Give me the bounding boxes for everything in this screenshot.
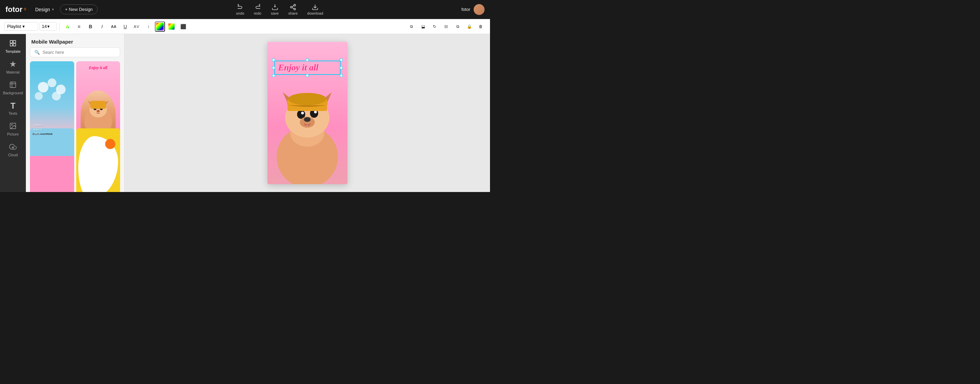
chevron-down-icon: ▾ <box>22 24 25 29</box>
rotate-button[interactable]: ↻ <box>430 21 440 32</box>
divider <box>59 22 60 31</box>
template-card-2[interactable]: Enjoy it all <box>76 61 121 140</box>
new-design-button[interactable]: + New Design <box>60 5 98 14</box>
font-size-aa-button[interactable]: AA <box>108 21 119 32</box>
sidebar-item-label: Material <box>6 70 19 74</box>
sidebar-item-material[interactable]: Material <box>2 57 24 77</box>
svg-point-14 <box>38 82 48 92</box>
redo-button[interactable]: redo <box>254 4 261 15</box>
undo-button[interactable]: undo <box>236 4 244 15</box>
layers-icon: ⧉ <box>456 24 460 29</box>
rotate-icon: ↻ <box>433 24 436 29</box>
bold-icon: B <box>89 24 92 29</box>
effects-button[interactable]: ⬛ <box>178 21 188 32</box>
svg-point-2 <box>294 8 296 10</box>
svg-rect-5 <box>10 40 13 43</box>
texts-icon: T <box>11 102 16 110</box>
underline-button[interactable]: U <box>120 21 130 32</box>
logo-text: fotor <box>5 5 22 14</box>
main-layout: Template Material Background T Texts <box>0 34 490 192</box>
svg-point-15 <box>48 78 56 87</box>
highlight-color-button[interactable] <box>166 21 177 32</box>
handle-middle-right[interactable] <box>340 66 343 69</box>
text-color-button[interactable]: A <box>62 21 73 32</box>
text-color-icon: A <box>66 24 69 29</box>
sidebar-item-label: Cloud <box>8 153 18 157</box>
background-icon <box>9 81 17 89</box>
new-design-label: + New Design <box>65 7 92 12</box>
chevron-down-icon: ▾ <box>47 24 50 29</box>
template-card-1[interactable]: Think itWant itGet it <box>30 61 74 140</box>
svg-line-4 <box>292 5 294 6</box>
share-button[interactable]: share <box>288 4 298 15</box>
sidebar-item-label: Background <box>3 91 23 95</box>
share-label: share <box>288 11 298 15</box>
search-bar[interactable]: 🔍 <box>30 47 120 57</box>
font-size-value: 14 <box>42 24 47 29</box>
bold-button[interactable]: B <box>86 21 95 32</box>
svg-rect-7 <box>10 43 13 46</box>
sidebar-item-texts[interactable]: T Texts <box>2 99 24 118</box>
svg-rect-6 <box>13 40 16 43</box>
save-label: save <box>271 11 279 15</box>
handle-middle-left[interactable] <box>272 66 275 69</box>
cloud-icon <box>9 143 17 151</box>
canvas-card[interactable]: Enjoy it all <box>267 42 347 184</box>
sidebar-item-picture[interactable]: Picture <box>2 120 24 139</box>
avatar[interactable] <box>474 4 485 15</box>
sidebar-item-cloud[interactable]: Cloud <box>2 140 24 160</box>
underline-icon: U <box>124 24 127 29</box>
template-card-4[interactable] <box>76 128 121 192</box>
italic-button[interactable]: I <box>97 21 107 32</box>
svg-rect-28 <box>90 101 106 108</box>
trash-icon: 🗑 <box>479 24 483 29</box>
align-button[interactable]: ⊟ <box>441 21 451 32</box>
selection-box: Enjoy it all <box>274 61 340 75</box>
handle-top-right[interactable] <box>340 59 343 61</box>
handle-bottom-right[interactable] <box>340 74 343 77</box>
arrange-button[interactable]: ⬓ <box>418 21 428 32</box>
canvas-area[interactable]: Enjoy it all <box>124 34 490 192</box>
text-align-button[interactable]: ≡ <box>74 21 84 32</box>
handle-top-left[interactable] <box>272 59 275 61</box>
canvas-text-selected[interactable]: Enjoy it all <box>274 61 340 75</box>
search-input[interactable] <box>43 50 116 55</box>
logo: fotor ® <box>5 5 26 14</box>
font-size-select[interactable]: 14 ▾ <box>40 22 56 31</box>
design-label: Design <box>35 7 50 12</box>
line-height-button[interactable]: ↕ <box>143 21 153 32</box>
lock-icon: 🔒 <box>467 24 472 29</box>
letter-spacing-button[interactable]: AV <box>132 21 142 32</box>
svg-point-27 <box>97 110 100 112</box>
italic-icon: I <box>102 24 103 29</box>
svg-point-1 <box>291 6 292 8</box>
user-name: fotor <box>461 7 470 12</box>
sidebar-item-background[interactable]: Background <box>2 78 24 98</box>
template-icon <box>9 40 17 48</box>
svg-point-17 <box>35 92 43 100</box>
fill-color-button[interactable] <box>155 21 165 32</box>
template-4-shape <box>78 136 118 192</box>
save-button[interactable]: save <box>271 4 279 15</box>
color-swatch <box>156 23 164 30</box>
sidebar-item-template[interactable]: Template <box>2 37 24 56</box>
template-card-3[interactable]: Don't overthink <box>30 128 74 192</box>
material-icon <box>9 60 17 69</box>
search-icon: 🔍 <box>34 50 40 55</box>
lock-button[interactable]: 🔒 <box>464 21 474 32</box>
formatting-bar: Playlist ▾ 14 ▾ A ≡ B I AA U AV ↕ ⬛ ⧉ <box>0 19 490 34</box>
sidebar-item-label: Texts <box>8 112 18 115</box>
svg-rect-9 <box>10 82 16 88</box>
handle-bottom-middle[interactable] <box>306 74 309 77</box>
handle-top-middle[interactable] <box>306 59 309 61</box>
svg-point-36 <box>301 112 304 115</box>
download-label: download <box>307 11 323 15</box>
layers-button[interactable]: ⧉ <box>453 21 463 32</box>
delete-button[interactable]: 🗑 <box>476 21 486 32</box>
download-button[interactable]: download <box>307 4 323 15</box>
copy-style-button[interactable]: ⧉ <box>406 21 417 32</box>
svg-rect-8 <box>13 43 16 46</box>
design-dropdown-button[interactable]: Design ▾ <box>32 5 57 14</box>
font-family-select[interactable]: Playlist ▾ <box>4 22 38 31</box>
handle-bottom-left[interactable] <box>272 74 275 77</box>
